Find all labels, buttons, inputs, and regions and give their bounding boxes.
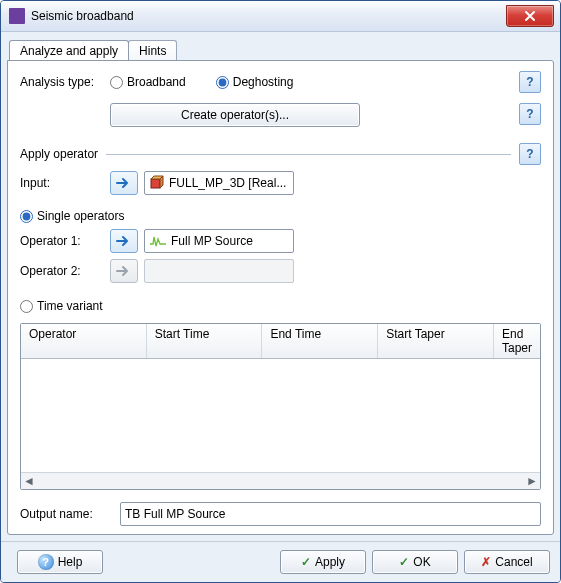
radio-single-operators-input[interactable] <box>20 210 33 223</box>
help-apply-icon[interactable]: ? <box>519 143 541 165</box>
tabpanel-analyze: Analysis type: Broadband Deghosting ? Cr… <box>7 60 554 535</box>
window-title: Seismic broadband <box>31 9 506 23</box>
arrow-right-icon <box>116 176 132 190</box>
output-name-input[interactable] <box>120 502 541 526</box>
close-icon <box>524 10 536 22</box>
input-value-box[interactable]: FULL_MP_3D [Real... <box>144 171 294 195</box>
cancel-button-label: Cancel <box>495 555 532 569</box>
tab-hints[interactable]: Hints <box>128 40 177 60</box>
help-button[interactable]: ? Help <box>17 550 103 574</box>
single-operators-row: Single operators <box>20 209 541 223</box>
radio-broadband-input[interactable] <box>110 76 123 89</box>
th-end-taper[interactable]: End Taper <box>494 324 540 358</box>
th-start-time[interactable]: Start Time <box>147 324 263 358</box>
arrow-right-icon <box>116 264 132 278</box>
analysis-type-row: Analysis type: Broadband Deghosting ? <box>20 71 541 93</box>
help-button-label: Help <box>58 555 83 569</box>
x-icon: ✗ <box>481 555 491 569</box>
dialog-footer: ? Help ✓ Apply ✓ OK ✗ Cancel <box>1 541 560 582</box>
input-label: Input: <box>20 176 110 190</box>
radio-single-operators-label: Single operators <box>37 209 124 223</box>
operator1-value-text: Full MP Source <box>171 234 253 248</box>
titlebar: Seismic broadband <box>1 1 560 32</box>
check-icon: ✓ <box>399 555 409 569</box>
radio-deghosting[interactable]: Deghosting <box>216 75 294 89</box>
output-name-label: Output name: <box>20 507 120 521</box>
seismic-cube-icon <box>149 175 165 191</box>
apply-operator-section: Apply operator ? <box>20 143 541 165</box>
tabstrip: Analyze and apply Hints <box>7 38 554 60</box>
time-variant-table: Operator Start Time End Time Start Taper… <box>20 323 541 490</box>
input-row: Input: FULL_MP_3D [Real... <box>20 171 541 195</box>
input-value-text: FULL_MP_3D [Real... <box>169 176 286 190</box>
operator1-label: Operator 1: <box>20 234 110 248</box>
create-operators-row: Create operator(s)... ? <box>20 103 541 127</box>
time-variant-row: Time variant <box>20 299 541 313</box>
close-button[interactable] <box>506 5 554 27</box>
section-divider <box>106 154 511 155</box>
help-icon: ? <box>38 554 54 570</box>
hscroll-right-icon[interactable]: ► <box>524 473 540 489</box>
th-start-taper[interactable]: Start Taper <box>378 324 494 358</box>
ok-button-label: OK <box>413 555 430 569</box>
cancel-button[interactable]: ✗ Cancel <box>464 550 550 574</box>
client-area: Analyze and apply Hints Analysis type: B… <box>1 32 560 541</box>
hscroll-track[interactable] <box>37 473 524 489</box>
operator1-select-button[interactable] <box>110 229 138 253</box>
radio-broadband[interactable]: Broadband <box>110 75 186 89</box>
operator2-select-button[interactable] <box>110 259 138 283</box>
radio-deghosting-input[interactable] <box>216 76 229 89</box>
app-icon <box>9 8 25 24</box>
operator2-row: Operator 2: <box>20 259 541 283</box>
radio-time-variant-label: Time variant <box>37 299 103 313</box>
tab-analyze-and-apply[interactable]: Analyze and apply <box>9 40 129 60</box>
apply-button[interactable]: ✓ Apply <box>280 550 366 574</box>
hscroll-left-icon[interactable]: ◄ <box>21 473 37 489</box>
th-operator[interactable]: Operator <box>21 324 147 358</box>
radio-time-variant-input[interactable] <box>20 300 33 313</box>
create-operators-button[interactable]: Create operator(s)... <box>110 103 360 127</box>
radio-time-variant[interactable]: Time variant <box>20 299 103 313</box>
operator1-row: Operator 1: Full MP Source <box>20 229 541 253</box>
operator2-value-box[interactable] <box>144 259 294 283</box>
check-icon: ✓ <box>301 555 311 569</box>
analysis-type-label: Analysis type: <box>20 75 110 89</box>
operator2-label: Operator 2: <box>20 264 110 278</box>
radio-broadband-label: Broadband <box>127 75 186 89</box>
svg-rect-0 <box>151 179 160 188</box>
input-select-button[interactable] <box>110 171 138 195</box>
table-body[interactable] <box>21 359 540 472</box>
radio-deghosting-label: Deghosting <box>233 75 294 89</box>
apply-operator-title: Apply operator <box>20 147 98 161</box>
operator1-value-box[interactable]: Full MP Source <box>144 229 294 253</box>
help-analysis-icon[interactable]: ? <box>519 71 541 93</box>
dialog-window: Seismic broadband Analyze and apply Hint… <box>0 0 561 583</box>
table-header: Operator Start Time End Time Start Taper… <box>21 324 540 359</box>
th-end-time[interactable]: End Time <box>262 324 378 358</box>
arrow-right-icon <box>116 234 132 248</box>
output-name-row: Output name: <box>20 502 541 526</box>
table-hscroll[interactable]: ◄ ► <box>21 472 540 489</box>
radio-single-operators[interactable]: Single operators <box>20 209 124 223</box>
help-create-icon[interactable]: ? <box>519 103 541 125</box>
wavelet-icon <box>149 234 167 248</box>
ok-button[interactable]: ✓ OK <box>372 550 458 574</box>
apply-button-label: Apply <box>315 555 345 569</box>
